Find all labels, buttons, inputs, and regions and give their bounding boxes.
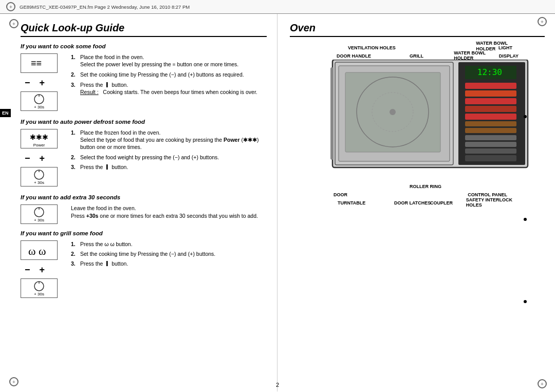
- svg-text:ω ω: ω ω: [28, 245, 46, 257]
- svg-point-16: [390, 109, 396, 115]
- defrost-steps: 1. Place the frozen food in the oven.Sel…: [71, 129, 267, 188]
- svg-rect-26: [465, 121, 516, 126]
- turntable-label: TURNTABLE: [338, 200, 365, 206]
- start-icon-1: [32, 94, 46, 105]
- step-num: 2.: [71, 71, 78, 78]
- corner-br: [538, 379, 547, 388]
- grill-step-1: 1. Press the ω ω button.: [71, 240, 267, 248]
- svg-rect-27: [465, 128, 516, 133]
- section-30s-heading: If you want to add extra 30 seconds: [21, 194, 267, 200]
- roller-ring-label: ROLLER RING: [410, 184, 441, 189]
- minus-button-2: −: [25, 153, 30, 164]
- step-num: 1.: [71, 240, 78, 248]
- plus30s-label-2: + 30s: [34, 180, 44, 185]
- svg-text:≡≡: ≡≡: [31, 58, 42, 68]
- svg-rect-28: [465, 135, 516, 140]
- right-section-title: Oven: [290, 22, 545, 37]
- step-num: 3.: [71, 81, 78, 96]
- step-text: Press the ω ω button.: [80, 240, 133, 248]
- svg-text:12:30: 12:30: [477, 67, 502, 77]
- plus30s-label-4: + 30s: [34, 292, 44, 296]
- display-label: DISPLAY: [499, 53, 519, 59]
- step-text: Place the food in the oven.Select the po…: [80, 53, 238, 68]
- step-text: Select the food weight by pressing the (…: [80, 154, 219, 161]
- plus-button-3: +: [40, 265, 45, 275]
- step-num: 1.: [71, 53, 78, 68]
- water-bowl-holder-label: WATER BOWLHOLDER: [454, 50, 486, 61]
- oven-svg: 12:30: [327, 60, 543, 183]
- svg-rect-22: [465, 90, 516, 97]
- en-language-tab: EN: [0, 109, 11, 117]
- section-30s: If you want to add extra 30 seconds + 30…: [21, 194, 267, 224]
- section-cook: If you want to cook some food ≡≡ − +: [21, 43, 267, 113]
- bullet-2: [524, 218, 527, 221]
- power-button-icon: ✱✱✱ Power: [21, 129, 58, 148]
- header-bar: GE89MSTC_XEE-03497P_EN.fm Page 2 Wednesd…: [0, 0, 555, 14]
- grill-step-2: 2. Set the cooking time by Pressing the …: [71, 250, 267, 257]
- water-bowl-holder-label-2: WATER BOWLHOLDER: [476, 41, 508, 52]
- svg-rect-31: [465, 155, 516, 161]
- plus-button-2: +: [40, 153, 45, 164]
- minus-plus-3: − +: [25, 265, 67, 275]
- cook-steps: 1. Place the food in the oven.Select the…: [71, 53, 267, 113]
- grill-label: GRILL: [410, 53, 423, 59]
- left-panel: EN Quick Look-up Guide If you want to co…: [0, 14, 278, 391]
- svg-rect-17: [330, 67, 334, 160]
- section-grill: If you want to grill some food ω ω − +: [21, 230, 267, 300]
- step-num: 3.: [71, 163, 78, 171]
- step-num: 3.: [71, 260, 78, 267]
- defrost-steps-list: 1. Place the frozen food in the oven.Sel…: [71, 129, 267, 171]
- minus-button-3: −: [25, 265, 30, 275]
- step-text: Press the ⏽ button.: [80, 260, 128, 267]
- 30s-text: Leave the food in the oven.Press +30s on…: [71, 204, 267, 219]
- grill-step-3: 3. Press the ⏽ button.: [71, 260, 267, 267]
- ventilation-holes-label: VENTILATION HOLES: [348, 45, 396, 50]
- section-grill-heading: If you want to grill some food: [21, 230, 267, 236]
- minus-plus-1: − +: [25, 78, 67, 88]
- section-30s-content: + 30s Leave the food in the oven.Press +…: [21, 204, 267, 224]
- grill-icon: ω ω: [26, 242, 52, 258]
- cook-steps-list: 1. Place the food in the oven.Select the…: [71, 53, 267, 96]
- minus-plus-2: − +: [25, 153, 67, 164]
- plus-button-1: +: [40, 78, 45, 88]
- grill-steps: 1. Press the ω ω button. 2. Set the cook…: [71, 240, 267, 300]
- power-label: Power: [33, 143, 45, 147]
- control-panel-label: CONTROL PANEL: [468, 192, 507, 197]
- header-filename: GE89MSTC_XEE-03497P_EN.fm Page 2 Wednesd…: [20, 4, 190, 10]
- coupler-label: COUPLER: [430, 200, 453, 206]
- corner-tr: [538, 17, 547, 26]
- start-button-1: + 30s: [21, 91, 58, 111]
- defrost-icons: ✱✱✱ Power − + + 30s: [21, 129, 67, 188]
- svg-rect-25: [465, 114, 516, 120]
- svg-rect-21: [465, 83, 516, 89]
- 30s-steps: Leave the food in the oven.Press +30s on…: [71, 204, 267, 224]
- svg-rect-29: [465, 142, 516, 147]
- wave-cook-icon: ≡≡: [29, 56, 49, 70]
- grill-icons: ω ω − + + 30s: [21, 240, 67, 300]
- page-number: 2: [276, 382, 279, 388]
- step-num: 1.: [71, 129, 78, 151]
- start-button-3: + 30s: [21, 278, 58, 298]
- 30s-button-icon: + 30s: [21, 204, 58, 224]
- plus30s-label-3: + 30s: [34, 218, 44, 222]
- svg-rect-30: [465, 148, 516, 154]
- step-num: 2.: [71, 250, 78, 257]
- safety-interlock-label: SAFETY INTERLOCKHOLES: [466, 197, 512, 208]
- section-defrost-heading: If you want to auto power defrost some f…: [21, 119, 267, 125]
- corner-bl: [9, 377, 18, 386]
- door-latches-label: DOOR LATCHES: [394, 200, 431, 206]
- snowflake-icon: ✱✱✱: [29, 130, 49, 143]
- svg-text:✱✱✱: ✱✱✱: [30, 133, 48, 141]
- door-handle-label: DOOR HANDLE: [337, 53, 371, 59]
- plus30s-label-1: + 30s: [34, 105, 44, 109]
- cook-step-2: 2. Set the cooking time by Pressing the …: [71, 71, 267, 78]
- svg-rect-24: [465, 106, 516, 112]
- right-panel: Oven VENTILATION HOLES LIGHT DOOR HANDLE…: [278, 14, 555, 391]
- corner-tl: [9, 19, 18, 28]
- 30s-icons: + 30s: [21, 204, 67, 224]
- start-icon-2: [32, 169, 46, 180]
- start-button-2: + 30s: [21, 167, 58, 186]
- bullet-3: [524, 300, 527, 303]
- oven-diagram: VENTILATION HOLES LIGHT DOOR HANDLE GRIL…: [307, 43, 528, 208]
- step-num: 2.: [71, 154, 78, 161]
